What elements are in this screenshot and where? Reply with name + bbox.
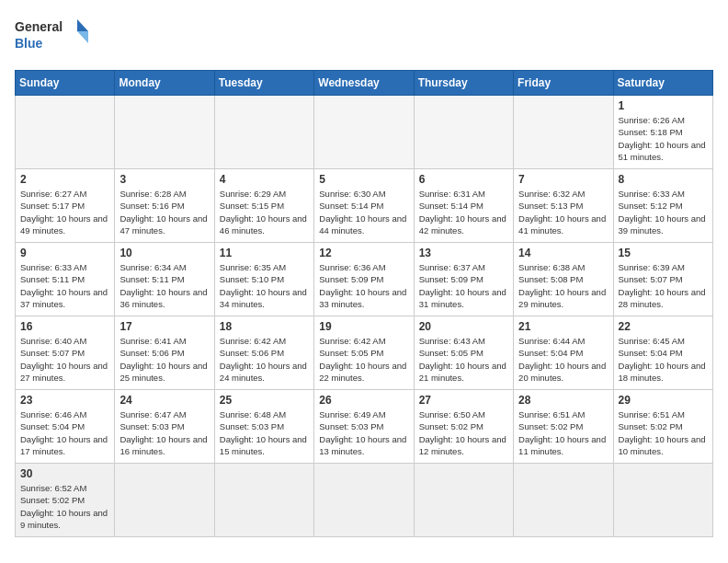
calendar-week-1: 2Sunrise: 6:27 AM Sunset: 5:17 PM Daylig…	[16, 169, 713, 243]
svg-text:Blue: Blue	[15, 36, 43, 51]
calendar-cell: 12Sunrise: 6:36 AM Sunset: 5:09 PM Dayli…	[314, 243, 414, 316]
calendar-table: SundayMondayTuesdayWednesdayThursdayFrid…	[15, 70, 713, 537]
day-info: Sunrise: 6:49 AM Sunset: 5:03 PM Dayligh…	[319, 408, 408, 457]
day-number: 5	[319, 173, 408, 186]
day-number: 27	[419, 394, 508, 407]
day-info: Sunrise: 6:33 AM Sunset: 5:12 PM Dayligh…	[619, 188, 708, 236]
day-number: 30	[20, 467, 109, 480]
day-info: Sunrise: 6:40 AM Sunset: 5:07 PM Dayligh…	[20, 335, 109, 384]
col-header-friday: Friday	[514, 71, 613, 96]
day-info: Sunrise: 6:27 AM Sunset: 5:17 PM Dayligh…	[20, 188, 109, 236]
calendar-cell: 21Sunrise: 6:44 AM Sunset: 5:04 PM Dayli…	[514, 316, 613, 390]
day-number: 1	[619, 99, 708, 112]
day-info: Sunrise: 6:36 AM Sunset: 5:09 PM Dayligh…	[319, 261, 408, 310]
day-number: 25	[220, 394, 309, 407]
calendar-cell	[414, 96, 513, 169]
day-number: 29	[619, 394, 708, 407]
calendar-cell	[514, 96, 613, 169]
day-info: Sunrise: 6:38 AM Sunset: 5:08 PM Dayligh…	[518, 261, 608, 310]
calendar-cell	[314, 464, 414, 537]
calendar-cell: 30Sunrise: 6:52 AM Sunset: 5:02 PM Dayli…	[16, 464, 115, 537]
day-number: 16	[20, 320, 109, 333]
day-number: 10	[119, 247, 209, 259]
day-number: 17	[119, 320, 209, 333]
svg-marker-2	[77, 19, 88, 31]
day-number: 13	[419, 247, 508, 259]
calendar-cell	[414, 464, 513, 537]
calendar-cell: 2Sunrise: 6:27 AM Sunset: 5:17 PM Daylig…	[16, 169, 115, 243]
calendar-cell: 3Sunrise: 6:28 AM Sunset: 5:16 PM Daylig…	[115, 169, 214, 243]
day-info: Sunrise: 6:42 AM Sunset: 5:06 PM Dayligh…	[220, 335, 309, 384]
day-info: Sunrise: 6:51 AM Sunset: 5:02 PM Dayligh…	[619, 408, 708, 457]
day-number: 8	[619, 173, 708, 186]
page-header: General Blue	[15, 15, 713, 61]
day-info: Sunrise: 6:39 AM Sunset: 5:07 PM Dayligh…	[619, 261, 708, 310]
calendar-cell	[613, 464, 712, 537]
calendar-cell: 24Sunrise: 6:47 AM Sunset: 5:03 PM Dayli…	[115, 390, 214, 464]
day-info: Sunrise: 6:45 AM Sunset: 5:04 PM Dayligh…	[619, 335, 708, 384]
day-info: Sunrise: 6:34 AM Sunset: 5:11 PM Dayligh…	[119, 261, 209, 310]
day-number: 26	[319, 394, 408, 407]
day-number: 22	[619, 320, 708, 333]
calendar-cell	[214, 96, 313, 169]
day-number: 15	[619, 247, 708, 259]
day-number: 23	[20, 394, 109, 407]
day-info: Sunrise: 6:46 AM Sunset: 5:04 PM Dayligh…	[20, 408, 109, 457]
day-info: Sunrise: 6:43 AM Sunset: 5:05 PM Dayligh…	[419, 335, 508, 384]
day-info: Sunrise: 6:31 AM Sunset: 5:14 PM Dayligh…	[419, 188, 508, 236]
calendar-header: SundayMondayTuesdayWednesdayThursdayFrid…	[16, 71, 713, 96]
col-header-sunday: Sunday	[16, 71, 115, 96]
day-info: Sunrise: 6:47 AM Sunset: 5:03 PM Dayligh…	[119, 408, 209, 457]
calendar-cell: 18Sunrise: 6:42 AM Sunset: 5:06 PM Dayli…	[214, 316, 313, 390]
day-info: Sunrise: 6:29 AM Sunset: 5:15 PM Dayligh…	[220, 188, 309, 236]
day-number: 7	[518, 173, 608, 186]
calendar-cell: 15Sunrise: 6:39 AM Sunset: 5:07 PM Dayli…	[613, 243, 712, 316]
calendar-week-3: 16Sunrise: 6:40 AM Sunset: 5:07 PM Dayli…	[16, 316, 713, 390]
day-number: 19	[319, 320, 408, 333]
calendar-week-4: 23Sunrise: 6:46 AM Sunset: 5:04 PM Dayli…	[16, 390, 713, 464]
calendar-cell: 28Sunrise: 6:51 AM Sunset: 5:02 PM Dayli…	[514, 390, 613, 464]
day-number: 24	[119, 394, 209, 407]
logo-svg: General Blue	[15, 15, 88, 61]
day-info: Sunrise: 6:42 AM Sunset: 5:05 PM Dayligh…	[319, 335, 408, 384]
calendar-cell: 26Sunrise: 6:49 AM Sunset: 5:03 PM Dayli…	[314, 390, 414, 464]
calendar-cell: 6Sunrise: 6:31 AM Sunset: 5:14 PM Daylig…	[414, 169, 513, 243]
day-number: 3	[119, 173, 209, 186]
day-number: 20	[419, 320, 508, 333]
calendar-cell: 5Sunrise: 6:30 AM Sunset: 5:14 PM Daylig…	[314, 169, 414, 243]
calendar-cell	[514, 464, 613, 537]
calendar-cell: 13Sunrise: 6:37 AM Sunset: 5:09 PM Dayli…	[414, 243, 513, 316]
calendar-cell: 10Sunrise: 6:34 AM Sunset: 5:11 PM Dayli…	[115, 243, 214, 316]
day-number: 18	[220, 320, 309, 333]
day-info: Sunrise: 6:44 AM Sunset: 5:04 PM Dayligh…	[518, 335, 608, 384]
calendar-cell: 16Sunrise: 6:40 AM Sunset: 5:07 PM Dayli…	[16, 316, 115, 390]
col-header-saturday: Saturday	[613, 71, 712, 96]
day-info: Sunrise: 6:41 AM Sunset: 5:06 PM Dayligh…	[119, 335, 209, 384]
col-header-monday: Monday	[115, 71, 214, 96]
col-header-tuesday: Tuesday	[214, 71, 313, 96]
calendar-week-0: 1Sunrise: 6:26 AM Sunset: 5:18 PM Daylig…	[16, 96, 713, 169]
calendar-cell	[115, 464, 214, 537]
logo: General Blue	[15, 15, 88, 61]
col-header-thursday: Thursday	[414, 71, 513, 96]
calendar-cell: 7Sunrise: 6:32 AM Sunset: 5:13 PM Daylig…	[514, 169, 613, 243]
calendar-cell	[314, 96, 414, 169]
day-number: 21	[518, 320, 608, 333]
day-info: Sunrise: 6:35 AM Sunset: 5:10 PM Dayligh…	[220, 261, 309, 310]
day-info: Sunrise: 6:28 AM Sunset: 5:16 PM Dayligh…	[119, 188, 209, 236]
calendar-week-5: 30Sunrise: 6:52 AM Sunset: 5:02 PM Dayli…	[16, 464, 713, 537]
day-number: 14	[518, 247, 608, 259]
day-info: Sunrise: 6:51 AM Sunset: 5:02 PM Dayligh…	[518, 408, 608, 457]
calendar-cell: 23Sunrise: 6:46 AM Sunset: 5:04 PM Dayli…	[16, 390, 115, 464]
svg-text:General: General	[15, 19, 63, 34]
calendar-cell: 22Sunrise: 6:45 AM Sunset: 5:04 PM Dayli…	[613, 316, 712, 390]
day-info: Sunrise: 6:52 AM Sunset: 5:02 PM Dayligh…	[20, 482, 109, 531]
col-header-wednesday: Wednesday	[314, 71, 414, 96]
calendar-cell: 25Sunrise: 6:48 AM Sunset: 5:03 PM Dayli…	[214, 390, 313, 464]
calendar-cell	[16, 96, 115, 169]
calendar-cell: 29Sunrise: 6:51 AM Sunset: 5:02 PM Dayli…	[613, 390, 712, 464]
calendar-cell: 14Sunrise: 6:38 AM Sunset: 5:08 PM Dayli…	[514, 243, 613, 316]
calendar-cell: 17Sunrise: 6:41 AM Sunset: 5:06 PM Dayli…	[115, 316, 214, 390]
svg-marker-3	[77, 31, 88, 43]
day-info: Sunrise: 6:30 AM Sunset: 5:14 PM Dayligh…	[319, 188, 408, 236]
